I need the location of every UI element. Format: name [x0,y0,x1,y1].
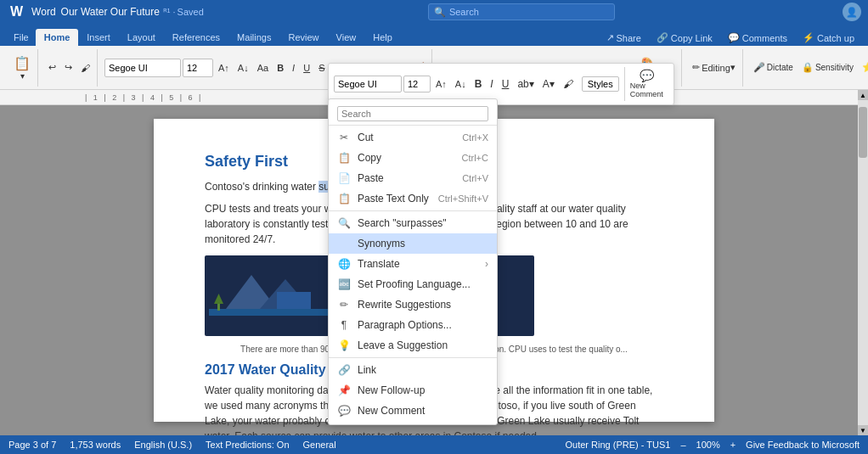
copy-icon: 📋 [337,152,351,164]
catch-up-label: Catch up [817,33,854,43]
rewrite-icon: ✏ [337,299,351,311]
mini-shrink-button[interactable]: A↓ [452,77,470,91]
mini-highlight-button[interactable]: ab▾ [514,76,537,92]
status-bar: Page 3 of 7 1,753 words English (U.S.) T… [0,435,868,454]
doc-name: Our Water Our Future [61,6,160,18]
sensitivity-button[interactable]: 🔒 Sensitivity [798,60,857,75]
font-selector[interactable] [104,59,181,77]
tab-view[interactable]: View [328,29,365,46]
copy-link-button[interactable]: 🔗 Copy Link [650,30,719,46]
tab-insert[interactable]: Insert [78,29,119,46]
app-name: Word [31,6,55,18]
editing-button[interactable]: ✏ Editing ▾ [689,60,739,75]
paste-text-only-menu-item[interactable]: 📋 Paste Text Only Ctrl+Shift+V [329,188,497,209]
scrollbar-down-button[interactable]: ▼ [858,425,868,435]
tab-file[interactable]: File [7,29,36,46]
shrink-font-button[interactable]: A↓ [234,61,252,75]
undo-button[interactable]: ↩ [45,60,59,75]
location-info: Outer Ring (PRE) - TUS1 [566,440,671,450]
catch-up-button[interactable]: ⚡ Catch up [796,30,861,46]
word-icon: W [7,4,26,20]
followup-menu-item[interactable]: 📌 New Follow-up [329,380,497,401]
tab-mailings[interactable]: Mailings [228,29,279,46]
synonyms-label: Synonyms [358,238,405,249]
user-avatar[interactable]: 👤 [843,3,861,21]
comment-ctx-icon: 💬 [337,405,351,417]
tab-layout[interactable]: Layout [119,29,164,46]
bold-button[interactable]: B [273,61,287,75]
page-info[interactable]: Page 3 of 7 [8,440,56,450]
paragraph-menu-item[interactable]: ¶ Paragraph Options... [329,315,497,335]
grow-font-button[interactable]: A↑ [215,61,233,75]
paragraph-icon: ¶ [337,319,351,331]
zoom-out-button[interactable]: – [680,440,685,450]
suggestion-menu-item[interactable]: 💡 Leave a Suggestion [329,335,497,356]
clipboard-group: 📋 ▾ [7,49,38,87]
word-count[interactable]: 1,753 words [70,440,121,450]
context-search-container [329,103,497,126]
tab-review[interactable]: Review [279,29,327,46]
proofing-label: Set Proofing Language... [358,278,471,290]
zoom-in-button[interactable]: + [730,440,736,450]
language[interactable]: English (U.S.) [134,440,192,450]
redo-button[interactable]: ↪ [61,60,76,75]
tab-home[interactable]: Home [36,29,79,46]
general-info[interactable]: General [303,440,336,450]
followup-label: New Follow-up [358,384,425,396]
italic-button[interactable]: I [289,61,298,75]
editor-icon: ⭐ [862,62,868,73]
mini-grow-button[interactable]: A↑ [432,77,450,91]
editing-icon: ✏ [692,62,700,73]
scrollbar-thumb[interactable] [859,107,867,158]
paste-text-icon: 📋 [337,193,351,205]
copy-shortcut: Ctrl+C [462,153,488,163]
rewrite-label: Rewrite Suggestions [358,299,451,311]
title-bar: W Word Our Water Our Future ᴿ¹ · Saved 🔍… [0,0,868,24]
clipboard-button[interactable]: 📋 ▾ [10,53,34,82]
dictate-button[interactable]: 🎤 Dictate [750,60,797,75]
search-menu-item[interactable]: 🔍 Search "surpasses" [329,213,497,233]
format-painter-button[interactable]: 🖌 [77,61,93,75]
rewrite-menu-item[interactable]: ✏ Rewrite Suggestions [329,294,497,315]
new-comment-button[interactable]: 💬 NewComment [624,67,668,101]
new-comment-menu-item[interactable]: 💬 New Comment [329,401,497,421]
share-button[interactable]: ↗ Share [600,30,648,46]
translate-menu-item[interactable]: 🌐 Translate › [329,254,497,274]
mini-italic-button[interactable]: I [487,76,496,92]
copy-menu-item[interactable]: 📋 Copy Ctrl+C [329,148,497,168]
status-right: Outer Ring (PRE) - TUS1 – 100% + Give Fe… [566,440,860,450]
mini-bold-button[interactable]: B [471,76,486,92]
zoom-level[interactable]: 100% [696,440,720,450]
scrollbar-up-button[interactable]: ▲ [858,90,868,100]
search-box[interactable]: 🔍 Search [428,3,615,20]
styles-button[interactable]: Styles [582,76,619,92]
scrollbar[interactable]: ▲ ▼ [858,90,868,435]
mini-font-selector[interactable] [334,76,402,92]
tab-references[interactable]: References [164,29,228,46]
tab-help[interactable]: Help [364,29,401,46]
synonyms-menu-item[interactable]: Synonyms [329,233,497,254]
link-icon: 🔗 [657,32,668,43]
strikethrough-button[interactable]: S [315,61,328,75]
comment-icon: 💬 [640,69,654,82]
feedback-link[interactable]: Give Feedback to Microsoft [746,440,860,450]
underline-button[interactable]: U [300,61,313,75]
mini-size-selector[interactable] [403,76,431,92]
change-case-button[interactable]: Aa [254,61,272,75]
comments-button[interactable]: 💬 Comments [721,30,794,46]
mini-color-button[interactable]: A▾ [539,76,558,92]
text-predictions[interactable]: Text Predictions: On [206,440,289,450]
font-size-selector[interactable] [183,59,213,77]
new-comment-label: NewComment [630,82,663,99]
editor-button[interactable]: ⭐ Editor [859,60,868,75]
mini-format-button[interactable]: 🖌 [560,76,577,92]
link-menu-item[interactable]: 🔗 Link [329,360,497,380]
paste-icon: 📄 [337,172,351,184]
context-search-input[interactable] [337,106,488,121]
mini-underline-button[interactable]: U [499,76,513,92]
paste-menu-item[interactable]: 📄 Paste Ctrl+V [329,168,497,188]
editing-dropdown-icon: ▾ [730,62,736,73]
copy-link-label: Copy Link [671,33,713,43]
cut-menu-item[interactable]: ✂ Cut Ctrl+X [329,127,497,148]
proofing-menu-item[interactable]: 🔤 Set Proofing Language... [329,274,497,294]
